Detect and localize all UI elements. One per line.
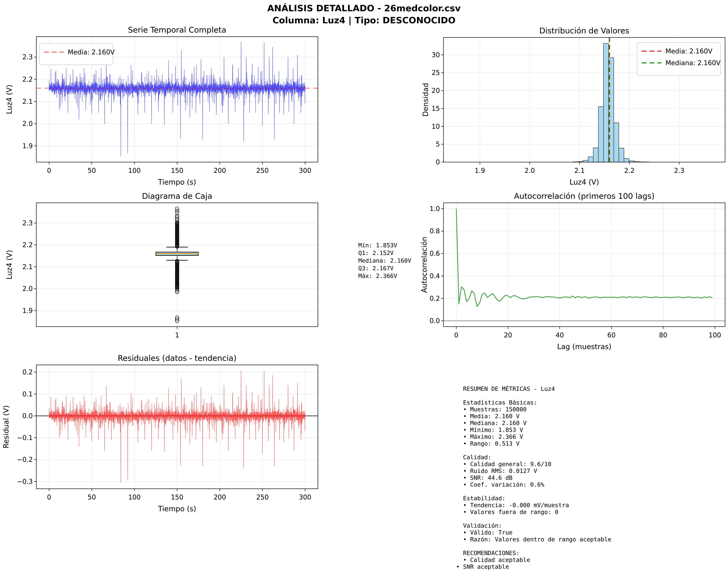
svg-text:2.0: 2.0 [524, 167, 535, 174]
svg-text:2.0: 2.0 [22, 285, 33, 293]
svg-text:Tiempo (s): Tiempo (s) [158, 504, 196, 513]
svg-text:Media: 2.160V: Media: 2.160V [665, 47, 713, 55]
svg-text:Luz4 (V): Luz4 (V) [5, 85, 13, 114]
analysis-figure: ANÁLISIS DETALLADO - 26medcolor.csv Colu… [0, 0, 728, 571]
svg-text:0.4: 0.4 [430, 272, 440, 280]
svg-text:0: 0 [436, 158, 440, 166]
svg-text:0.8: 0.8 [430, 227, 440, 235]
svg-text:−0.1: −0.1 [17, 434, 33, 442]
svg-text:0.6: 0.6 [430, 250, 440, 257]
svg-text:10: 10 [432, 123, 440, 130]
distribucion-legend: Media: 2.160VMediana: 2.160V [637, 43, 721, 76]
svg-text:Mediana: 2.160V: Mediana: 2.160V [665, 59, 721, 67]
svg-text:2.1: 2.1 [575, 167, 585, 174]
svg-text:2.1: 2.1 [22, 98, 33, 105]
svg-text:20: 20 [504, 331, 512, 339]
svg-text:0.0: 0.0 [430, 317, 440, 325]
svg-text:2.1: 2.1 [22, 263, 33, 270]
distribucion-plot: 1.92.02.12.22.3051015202530Distribución … [421, 26, 725, 186]
serie-temporal-plot: 0501001502002503001.92.02.12.22.3Serie T… [5, 25, 318, 186]
svg-text:0.2: 0.2 [430, 295, 440, 302]
svg-text:40: 40 [556, 331, 564, 339]
svg-text:60: 60 [607, 331, 616, 339]
svg-text:0: 0 [454, 331, 458, 339]
plots-canvas: 0501001502002503001.92.02.12.22.3Serie T… [0, 0, 728, 571]
svg-text:150: 150 [171, 493, 183, 501]
svg-text:100: 100 [128, 167, 140, 174]
svg-text:Serie Temporal Completa: Serie Temporal Completa [128, 25, 226, 34]
svg-text:Residual (V): Residual (V) [2, 405, 10, 448]
svg-text:2.2: 2.2 [22, 76, 33, 83]
svg-text:200: 200 [214, 493, 226, 501]
svg-text:2.2: 2.2 [624, 167, 635, 174]
svg-text:0: 0 [47, 493, 51, 501]
boxplot-stats-text: Mín: 1.853V Q1: 2.152V Mediana: 2.160V Q… [358, 241, 411, 280]
svg-text:Residuales (datos - tendencia): Residuales (datos - tendencia) [118, 353, 236, 363]
serie-temporal-legend: Media: 2.160V [39, 44, 115, 65]
svg-text:Distribución de Valores: Distribución de Valores [539, 26, 629, 35]
svg-text:2.3: 2.3 [674, 167, 685, 174]
svg-text:0.0: 0.0 [22, 412, 33, 420]
svg-text:5: 5 [436, 140, 440, 148]
svg-text:2.0: 2.0 [22, 120, 33, 127]
svg-text:Lag (muestras): Lag (muestras) [557, 342, 612, 351]
svg-text:Autocorrelación: Autocorrelación [420, 237, 428, 293]
svg-text:300: 300 [299, 493, 311, 501]
svg-text:1: 1 [175, 331, 179, 339]
svg-text:Diagrama de Caja: Diagrama de Caja [142, 192, 212, 201]
svg-text:0.1: 0.1 [22, 390, 33, 398]
residuales-plot: 0501001502002503000.20.10.0−0.1−0.2−0.3R… [2, 353, 318, 513]
svg-text:0: 0 [47, 167, 51, 174]
autocorrelacion-plot: 0204060801000.00.20.40.60.81.0Autocorrel… [420, 192, 725, 351]
svg-text:1.9: 1.9 [22, 307, 33, 314]
svg-text:1.9: 1.9 [475, 167, 485, 174]
svg-text:25: 25 [432, 69, 440, 77]
svg-text:100: 100 [709, 331, 721, 339]
metrics-summary-text: RESUMEN DE MÉTRICAS - Luz4 Estadísticas … [456, 385, 611, 570]
svg-text:15: 15 [432, 105, 440, 112]
svg-text:Autocorrelación (primeros 100: Autocorrelación (primeros 100 lags) [514, 192, 654, 201]
svg-text:Luz4 (V): Luz4 (V) [570, 178, 599, 186]
svg-text:0.2: 0.2 [22, 368, 33, 376]
svg-text:2.3: 2.3 [22, 53, 33, 61]
svg-text:2.3: 2.3 [22, 219, 33, 227]
svg-text:−0.2: −0.2 [17, 456, 33, 463]
svg-text:Media: 2.160V: Media: 2.160V [68, 48, 115, 56]
svg-text:Tiempo (s): Tiempo (s) [158, 178, 196, 186]
svg-text:−0.3: −0.3 [17, 478, 33, 485]
svg-text:50: 50 [88, 167, 96, 174]
svg-text:1.0: 1.0 [430, 205, 440, 212]
svg-text:100: 100 [128, 493, 140, 501]
svg-text:50: 50 [88, 493, 96, 501]
diagrama-caja-plot: 11.92.02.12.22.3Diagrama de CajaLuz4 (V) [5, 192, 318, 339]
svg-text:200: 200 [214, 167, 226, 174]
svg-text:250: 250 [256, 167, 268, 174]
svg-text:1.9: 1.9 [22, 142, 33, 150]
svg-text:80: 80 [659, 331, 667, 339]
svg-text:250: 250 [256, 493, 268, 501]
svg-text:150: 150 [171, 167, 183, 174]
svg-text:30: 30 [432, 51, 440, 59]
svg-text:Luz4 (V): Luz4 (V) [5, 250, 13, 279]
svg-text:Densidad: Densidad [421, 83, 430, 117]
svg-text:2.2: 2.2 [22, 241, 33, 249]
svg-text:20: 20 [432, 87, 440, 94]
svg-text:300: 300 [299, 167, 311, 174]
